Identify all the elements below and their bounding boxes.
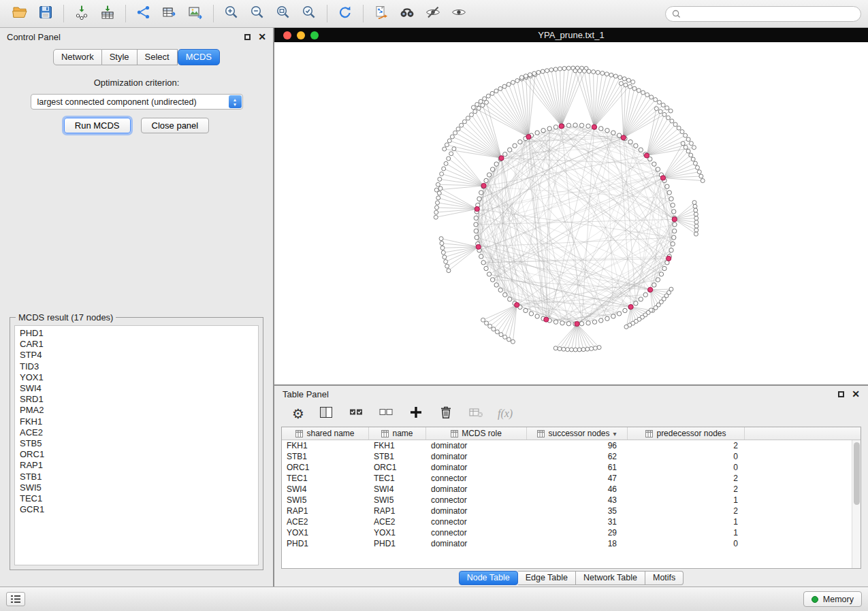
tab-style[interactable]: Style	[102, 49, 138, 65]
column-header-predecessor-nodes[interactable]: predecessor nodes	[628, 427, 745, 440]
mcds-result-item[interactable]: TEC1	[20, 493, 258, 504]
column-header-successor-nodes[interactable]: successor nodes▾	[527, 427, 628, 440]
table-cell: YOX1	[282, 528, 369, 538]
toolbar-separator	[327, 5, 327, 22]
window-traffic-lights	[274, 31, 319, 39]
tab-network[interactable]: Network	[53, 49, 102, 65]
mcds-result-item[interactable]: YOX1	[20, 372, 258, 383]
mcds-result-item[interactable]: SRD1	[20, 394, 258, 405]
zoom-in-button[interactable]	[219, 2, 244, 25]
tab-edge-table[interactable]: Edge Table	[518, 571, 576, 585]
memory-button[interactable]: Memory	[803, 591, 862, 607]
zoom-selected-button[interactable]	[296, 2, 322, 25]
table-cell: ORC1	[282, 463, 369, 472]
control-panel-tabbar: NetworkStyleSelectMCDS	[0, 49, 273, 65]
column-header-shared-name[interactable]: shared name	[282, 427, 369, 440]
trash-button[interactable]	[438, 404, 454, 423]
table-row[interactable]: RAP1RAP1dominator352	[282, 506, 861, 516]
table-row[interactable]: ORC1ORC1dominator610	[282, 462, 861, 473]
select-unchecked-button[interactable]	[378, 404, 394, 423]
optimization-criterion-select[interactable]: largest connected component (undirected)…	[31, 94, 243, 110]
zoom-fit-button[interactable]	[270, 2, 296, 25]
column-header-MCDS-role[interactable]: MCDS role	[426, 427, 527, 440]
network-window-titlebar: YPA_prune.txt_1	[274, 28, 868, 42]
run-mcds-button[interactable]: Run MCDS	[64, 118, 131, 133]
clone-network-button[interactable]	[368, 2, 394, 25]
mcds-result-item[interactable]: ORC1	[20, 449, 258, 460]
close-panel-button[interactable]: Close panel	[141, 118, 210, 133]
mcds-result-item[interactable]: STP4	[20, 350, 258, 361]
zoom-window-icon[interactable]	[310, 31, 319, 39]
export-table-button[interactable]	[157, 2, 182, 25]
column-grid-icon	[537, 430, 545, 437]
select-checked-button[interactable]	[348, 404, 364, 423]
network-graph[interactable]	[274, 42, 868, 384]
tab-node-table[interactable]: Node Table	[459, 571, 518, 585]
table-row[interactable]: TEC1TEC1connector472	[282, 473, 861, 484]
mcds-result-item[interactable]: SWI4	[20, 383, 258, 394]
refresh-button[interactable]	[332, 2, 358, 25]
mcds-result-item[interactable]: FKH1	[20, 416, 258, 427]
add-button[interactable]	[408, 404, 424, 423]
network-window-title: YPA_prune.txt_1	[274, 30, 868, 40]
mcds-result-item[interactable]: RAP1	[20, 460, 258, 471]
hide-selected-button[interactable]	[420, 2, 446, 25]
table-cell: TEC1	[282, 474, 369, 483]
mcds-result-item[interactable]: SWI5	[20, 482, 258, 493]
column-header-name[interactable]: name	[369, 427, 426, 440]
close-panel-icon[interactable]: ✕	[258, 32, 266, 42]
mcds-result-item[interactable]: GCR1	[20, 504, 258, 515]
control-panel-title: Control Panel	[7, 32, 61, 42]
mcds-result-item[interactable]: STB1	[20, 472, 258, 482]
show-all-button[interactable]	[446, 2, 472, 25]
import-table-button[interactable]	[95, 2, 120, 25]
open-file-button[interactable]	[7, 2, 33, 25]
table-cell: 18	[527, 539, 628, 548]
tab-select[interactable]: Select	[138, 49, 178, 65]
column-grid-icon	[381, 430, 389, 437]
panel-toggle-button[interactable]	[6, 592, 25, 606]
tab-network-table[interactable]: Network Table	[576, 571, 645, 585]
search-network-button[interactable]	[394, 2, 420, 25]
float-table-panel-icon[interactable]	[838, 391, 844, 397]
table-row[interactable]: FKH1FKH1dominator962	[282, 440, 861, 451]
export-image-button[interactable]	[182, 2, 208, 25]
table-cell: STB1	[369, 452, 426, 461]
zoom-out-button[interactable]	[244, 2, 270, 25]
table-cell: STB1	[282, 452, 369, 461]
show-all-icon	[451, 4, 467, 23]
export-table-icon	[161, 4, 178, 23]
gear-button[interactable]: ⚙	[292, 407, 304, 420]
sort-caret-icon: ▾	[613, 430, 617, 437]
mcds-result-item[interactable]: TID3	[20, 361, 258, 372]
mcds-result-item[interactable]: STB5	[20, 438, 258, 449]
table-row[interactable]: SWI5SWI5connector431	[282, 495, 861, 506]
table-cell: 61	[527, 463, 628, 472]
export-network-button[interactable]	[131, 2, 157, 25]
table-cell: dominator	[426, 506, 527, 516]
minimize-window-icon[interactable]	[297, 31, 305, 39]
scrollbar-thumb[interactable]	[854, 442, 860, 505]
mcds-result-item[interactable]: CAR1	[20, 339, 258, 350]
mcds-result-item[interactable]: PHD1	[20, 328, 258, 339]
import-network-button[interactable]	[69, 2, 95, 25]
table-row[interactable]: PHD1PHD1dominator180	[282, 538, 861, 549]
table-row[interactable]: ACE2ACE2connector311	[282, 516, 861, 527]
table-cell: TEC1	[369, 474, 426, 483]
table-row[interactable]: YOX1YOX1connector291	[282, 527, 861, 538]
search-input[interactable]	[684, 9, 854, 18]
mcds-result-item[interactable]: ACE2	[20, 427, 258, 438]
close-table-panel-icon[interactable]: ✕	[852, 389, 860, 399]
table-row[interactable]: STB1STB1dominator620	[282, 451, 861, 462]
close-window-icon[interactable]	[283, 31, 291, 39]
network-canvas[interactable]	[274, 42, 868, 384]
table-header-row: shared namenameMCDS rolesuccessor nodes▾…	[282, 427, 861, 440]
mcds-result-item[interactable]: PMA2	[20, 405, 258, 416]
float-panel-icon[interactable]	[244, 34, 251, 40]
save-button[interactable]	[33, 2, 59, 25]
table-vertical-scrollbar[interactable]	[852, 440, 861, 568]
columns-button[interactable]	[318, 404, 334, 423]
tab-mcds[interactable]: MCDS	[178, 49, 220, 65]
tab-motifs[interactable]: Motifs	[645, 571, 684, 585]
table-row[interactable]: SWI4SWI4dominator462	[282, 484, 861, 495]
